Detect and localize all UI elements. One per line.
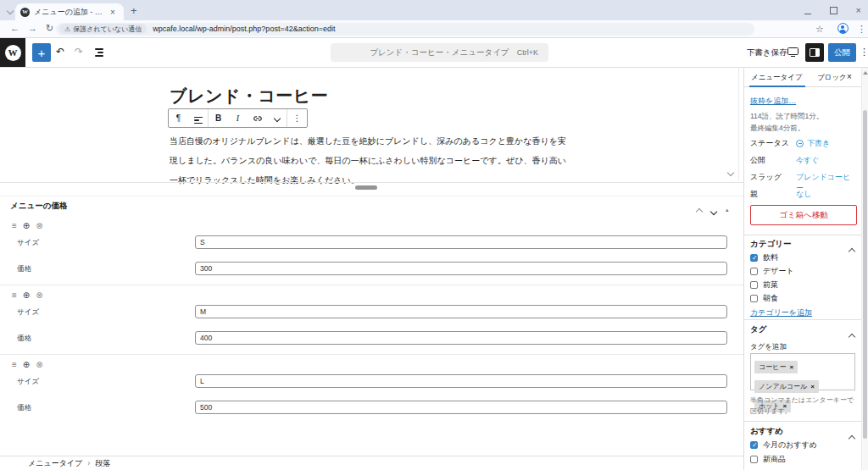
category-item[interactable]: 前菜 — [750, 279, 778, 290]
wordpress-logo[interactable]: W — [0, 38, 25, 67]
security-chip[interactable]: ⚠ 保護されていない通信 — [59, 24, 147, 34]
checkbox[interactable] — [750, 268, 758, 275]
checkbox[interactable] — [750, 254, 758, 262]
redo-icon[interactable]: ↷ — [75, 46, 83, 58]
metabox-move-down-icon[interactable] — [711, 202, 716, 218]
size-input[interactable] — [195, 374, 727, 388]
close-sidebar-icon[interactable]: × — [847, 72, 852, 81]
add-category-link[interactable]: カテゴリーを追加 — [750, 307, 857, 318]
command-bar[interactable]: ブレンド・コーヒー・メニュータイプ Ctrl+K — [331, 43, 548, 62]
checkbox[interactable] — [750, 281, 758, 289]
settings-sidebar-toggle[interactable] — [805, 43, 824, 62]
window-maximize-button[interactable] — [830, 3, 837, 18]
paragraph-block-icon[interactable]: ¶ — [169, 109, 188, 127]
price-input[interactable] — [195, 331, 727, 345]
price-row: ≡ ⊕ ⊗ サイズ 価格 — [0, 357, 743, 425]
add-excerpt-link[interactable]: 抜粋を追加… — [750, 96, 857, 107]
tags-collapse-icon[interactable] — [849, 328, 854, 343]
bookmark-star-icon[interactable]: ☆ — [815, 24, 824, 35]
categories-panel-header[interactable]: カテゴリー — [750, 239, 791, 250]
editor-options-icon[interactable]: ⋮ — [860, 47, 868, 58]
metabox-resize-handle[interactable] — [355, 185, 377, 190]
profile-avatar-icon[interactable] — [837, 23, 849, 34]
paragraph-block[interactable]: 当店自慢のオリジナルブレンドは、厳選した豆を絶妙にブレンドし、深みのあるコクと豊… — [170, 131, 566, 190]
price-row: ≡ ⊕ ⊗ サイズ 価格 — [0, 218, 743, 286]
url-text: wpcafe.local/wp-admin/post.php?post=42&a… — [153, 25, 335, 33]
categories-collapse-icon[interactable] — [849, 242, 854, 257]
remove-row-icon[interactable]: ⊗ — [36, 360, 42, 369]
add-row-icon[interactable]: ⊕ — [23, 360, 30, 369]
canvas-scrollbar[interactable] — [738, 68, 739, 180]
remove-tag-icon[interactable]: × — [810, 383, 815, 390]
price-input[interactable] — [195, 401, 727, 414]
breadcrumb-block[interactable]: 段落 — [95, 458, 110, 469]
scrollbar-thumb[interactable] — [863, 110, 867, 439]
address-bar[interactable]: ⚠ 保護されていない通信 wpcafe.local/wp-admin/post.… — [56, 23, 754, 36]
italic-button[interactable]: I — [228, 109, 248, 127]
align-icon[interactable] — [188, 109, 208, 127]
move-to-trash-button[interactable]: ゴミ箱へ移動 — [750, 205, 857, 225]
editor-top-bar: W + ↶ ↷ ブレンド・コーヒー・メニュータイプ Ctrl+K 下書き保存 公… — [0, 38, 868, 68]
category-item[interactable]: 朝食 — [750, 293, 778, 304]
drag-handle-icon[interactable]: ≡ — [12, 360, 17, 369]
add-row-icon[interactable]: ⊕ — [23, 221, 30, 230]
parent-link[interactable]: なし — [796, 189, 811, 200]
tab-search-icon[interactable] — [5, 6, 15, 16]
browser-tab[interactable]: W メニューの追加 - WPCafe — WordPress × — [15, 3, 124, 20]
block-inserter-button[interactable]: + — [32, 43, 51, 62]
chevron-down-icon[interactable] — [267, 109, 287, 127]
remove-tag-icon[interactable]: × — [789, 363, 793, 371]
list-view-icon[interactable] — [95, 48, 103, 58]
category-item[interactable]: デザート — [750, 266, 794, 277]
category-item[interactable]: 飲料 — [750, 252, 778, 263]
undo-icon[interactable]: ↶ — [56, 46, 64, 58]
new-tab-button[interactable]: + — [131, 4, 137, 17]
price-input[interactable] — [195, 262, 727, 275]
post-title[interactable]: ブレンド・コーヒー — [170, 85, 328, 108]
preview-icon[interactable] — [787, 47, 798, 55]
tab-close-icon[interactable]: × — [110, 8, 115, 17]
breadcrumb: メニュータイプ › 段落 — [0, 456, 743, 470]
featured-panel-header[interactable]: おすすめ — [750, 426, 783, 437]
back-icon[interactable]: ← — [10, 23, 19, 33]
tags-input[interactable]: コーヒー× ノンアルコール× ホット× — [750, 353, 855, 390]
scrollbar-up-arrow-icon[interactable] — [863, 71, 868, 75]
drag-handle-icon[interactable]: ≡ — [12, 290, 17, 300]
browser-menu-icon[interactable]: ⋮ — [857, 24, 866, 35]
size-input[interactable] — [195, 235, 727, 249]
canvas-scroll-down-icon[interactable] — [728, 163, 733, 179]
publish-button[interactable]: 公開 — [828, 43, 856, 62]
browser-toolbar: ← → ↻ ⚠ 保護されていない通信 wpcafe.local/wp-admin… — [0, 20, 868, 38]
metabox-toggle-icon[interactable]: ▴ — [726, 207, 729, 213]
last-edited-info: 最終編集4分前。 — [750, 124, 857, 134]
drag-handle-icon[interactable]: ≡ — [12, 221, 17, 230]
tab-block[interactable]: ブロック — [817, 73, 847, 83]
reload-icon[interactable]: ↻ — [46, 23, 53, 34]
checkbox[interactable] — [750, 456, 758, 463]
link-icon[interactable] — [248, 109, 267, 127]
forward-icon[interactable]: → — [28, 23, 37, 33]
tab-menu-type[interactable]: メニュータイプ — [751, 73, 803, 83]
bold-button[interactable]: B — [209, 109, 228, 127]
remove-row-icon[interactable]: ⊗ — [36, 290, 42, 300]
tags-panel-header[interactable]: タグ — [750, 324, 766, 335]
featured-collapse-icon[interactable] — [849, 429, 854, 445]
window-minimize-button[interactable] — [804, 3, 811, 18]
browser-tab-strip: W メニューの追加 - WPCafe — WordPress × + × — [0, 0, 868, 20]
metabox-move-up-icon[interactable] — [697, 202, 702, 218]
block-options-icon[interactable]: ⋮ — [287, 109, 307, 127]
window-close-button[interactable]: × — [856, 5, 861, 15]
remove-row-icon[interactable]: ⊗ — [36, 221, 42, 230]
breadcrumb-document[interactable]: メニュータイプ — [28, 458, 82, 469]
size-label: サイズ — [17, 307, 39, 318]
publish-date-link[interactable]: 今すぐ — [796, 155, 819, 166]
size-input[interactable] — [195, 305, 727, 318]
checkbox[interactable] — [750, 441, 758, 449]
wordpress-editor-window: W メニューの追加 - WPCafe — WordPress × + × ← →… — [0, 0, 868, 470]
featured-item[interactable]: 今月のおすすめ — [750, 440, 817, 451]
add-row-icon[interactable]: ⊕ — [23, 290, 30, 300]
save-draft-button[interactable]: 下書き保存 — [747, 47, 787, 58]
status-value[interactable]: 下書き — [796, 138, 830, 149]
featured-item[interactable]: 新商品 — [750, 454, 786, 465]
checkbox[interactable] — [750, 295, 758, 302]
